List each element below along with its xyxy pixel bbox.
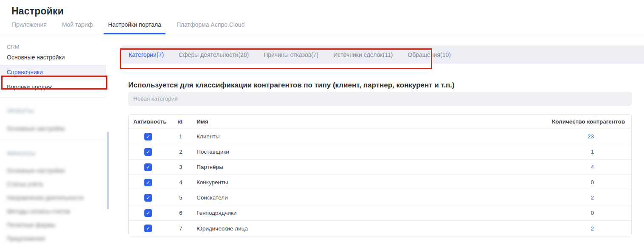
tab-rejection-reasons[interactable]: Причины отказов(7) — [264, 51, 318, 58]
check-icon: ✓ — [146, 134, 150, 139]
active-checkbox[interactable]: ✓ — [144, 133, 152, 140]
count-value: 0 — [591, 179, 594, 185]
table-row: ✓ 5 Соискатели 2 — [129, 190, 631, 205]
content-area: Категории(7) Сферы деятельности(20) Прич… — [106, 34, 644, 236]
active-checkbox[interactable]: ✓ — [144, 209, 152, 217]
active-checkbox[interactable]: ✓ — [144, 179, 152, 186]
sidebar-item-blurred[interactable]: Статьи учёта — [0, 177, 106, 191]
column-header-name: Имя — [197, 115, 525, 129]
active-checkbox[interactable]: ✓ — [144, 148, 152, 156]
tab-deal-sources[interactable]: Источники сделок(11) — [333, 51, 393, 58]
row-name: Поставщики — [197, 144, 525, 160]
count-link[interactable]: 4 — [591, 164, 594, 170]
header-tab-bar: Приложения Мой тариф Настройки портала П… — [8, 20, 644, 34]
sidebar-section-crm: CRM — [7, 44, 106, 50]
sidebar-item-directories[interactable]: Справочники — [0, 65, 106, 80]
tab-activity-spheres[interactable]: Сферы деятельности(20) — [179, 51, 249, 58]
sidebar-item-sales-funnels[interactable]: Воронки продаж — [0, 80, 106, 95]
page-header: Настройки Приложения Мой тариф Настройки… — [0, 6, 644, 34]
categories-table: Активность id Имя Количество контрагенто… — [128, 114, 632, 236]
table-row: ✓ 1 Клиенты 23 — [129, 129, 631, 144]
sidebar-item-blurred[interactable]: Предложения — [0, 232, 106, 245]
page-title: Настройки — [11, 6, 644, 17]
sidebar-scrollbar[interactable] — [107, 132, 109, 209]
check-icon: ✓ — [146, 195, 150, 200]
count-link[interactable]: 2 — [591, 194, 594, 201]
sidebar-divider — [0, 140, 106, 140]
sidebar-item-blurred[interactable]: Методы оплаты счетов — [0, 205, 106, 218]
settings-page: Настройки Приложения Мой тариф Настройки… — [0, 6, 644, 250]
table-row: ✓ 2 Поставщики 1 — [129, 144, 631, 160]
count-link[interactable]: 23 — [588, 133, 594, 140]
count-value: 0 — [591, 210, 594, 216]
row-id: 2 — [177, 144, 197, 160]
sidebar-item-blurred[interactable]: Направления деятельности — [0, 191, 106, 205]
sidebar-section-blurred-1: ПРОЕКТЫ — [7, 108, 106, 115]
active-checkbox[interactable]: ✓ — [144, 225, 152, 232]
check-icon: ✓ — [146, 149, 150, 154]
table-row: ✓ 7 Юридические лица 2 — [129, 221, 631, 236]
sidebar-item-main-settings[interactable]: Основные настройки — [0, 50, 106, 65]
sidebar-item-blurred[interactable]: Основные настройки — [0, 164, 106, 177]
active-checkbox[interactable]: ✓ — [144, 163, 152, 171]
row-id: 4 — [177, 175, 197, 190]
tab-platform-aspro-cloud[interactable]: Платформа Аспро.Cloud — [172, 20, 249, 34]
tab-requests[interactable]: Обращения(10) — [408, 51, 451, 58]
check-icon: ✓ — [146, 165, 150, 170]
tab-categories[interactable]: Категории(7) — [129, 51, 164, 58]
sidebar-divider — [0, 97, 106, 98]
row-id: 1 — [177, 129, 197, 144]
row-id: 3 — [177, 160, 197, 175]
row-name: Конкуренты — [197, 175, 525, 190]
tab-my-plan[interactable]: Мой тариф — [58, 20, 97, 34]
row-name: Генподрядчики — [197, 205, 525, 221]
check-icon: ✓ — [146, 211, 150, 216]
check-icon: ✓ — [146, 180, 150, 185]
row-id: 7 — [177, 221, 197, 236]
count-link[interactable]: 2 — [591, 225, 594, 232]
row-name: Клиенты — [197, 129, 525, 144]
sidebar-item-blurred[interactable]: Основные настройки — [0, 124, 106, 134]
count-link[interactable]: 1 — [591, 149, 594, 155]
column-header-count: Количество контрагентов — [525, 115, 631, 129]
row-name: Соискатели — [197, 190, 525, 205]
row-id: 6 — [177, 205, 197, 221]
row-id: 5 — [177, 190, 197, 205]
column-header-id: id — [177, 115, 197, 129]
main-layout: CRM Основные настройки Справочники Ворон… — [0, 34, 644, 250]
active-checkbox[interactable]: ✓ — [144, 194, 152, 202]
row-name: Юридические лица — [197, 221, 525, 236]
section-description: Используется для классификации контраген… — [128, 81, 632, 90]
table-row: ✓ 4 Конкуренты 0 — [129, 175, 631, 190]
table-header-row: Активность id Имя Количество контрагенто… — [129, 115, 631, 129]
directory-tab-bar: Категории(7) Сферы деятельности(20) Прич… — [121, 45, 644, 64]
table-row: ✓ 6 Генподрядчики 0 — [129, 205, 631, 221]
table-row: ✓ 3 Партнёры 4 — [129, 160, 631, 175]
sidebar-section-blurred-2: ФИНАНСЫ — [7, 150, 106, 157]
tab-portal-settings[interactable]: Настройки портала — [104, 20, 165, 34]
new-category-input[interactable] — [128, 92, 632, 106]
sidebar-item-blurred[interactable]: Печатные формы — [0, 218, 106, 232]
column-header-activity: Активность — [129, 115, 177, 129]
row-name: Партнёры — [197, 160, 525, 175]
check-icon: ✓ — [146, 226, 150, 231]
sidebar: CRM Основные настройки Справочники Ворон… — [0, 34, 106, 250]
tab-applications[interactable]: Приложения — [8, 20, 51, 34]
